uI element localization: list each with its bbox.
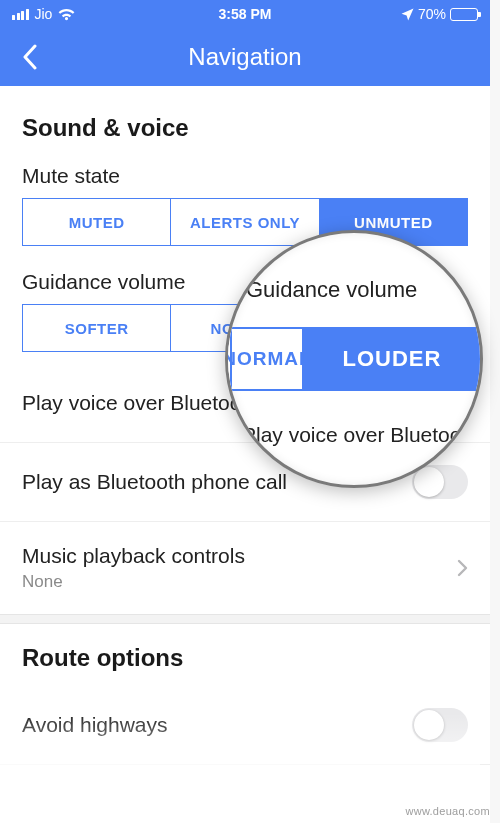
mute-state-label: Mute state	[0, 156, 490, 198]
guidance-volume-option-softer[interactable]: SOFTER	[22, 304, 171, 352]
avoid-highways-label: Avoid highways	[22, 713, 168, 737]
music-playback-controls-value: None	[22, 572, 245, 592]
lens-guidance-volume-label: Guidance volume	[246, 277, 417, 303]
lens-option-normal: NORMAL	[232, 327, 304, 391]
music-playback-controls-label: Music playback controls	[22, 544, 245, 568]
avoid-tolls-label: Avoid tolls	[22, 792, 117, 816]
watermark: www.deuaq.com	[405, 805, 490, 817]
battery-icon	[450, 8, 478, 21]
play-as-bt-phone-call-label: Play as Bluetooth phone call	[22, 470, 287, 494]
location-icon	[401, 8, 414, 21]
lens-play-bt-label: Play voice over Bluetooth	[242, 423, 479, 447]
play-as-bt-phone-call-toggle[interactable]	[412, 465, 468, 499]
music-playback-controls-row[interactable]: Music playback controls None	[0, 522, 490, 614]
play-voice-over-bluetooth-label: Play voice over Bluetooth	[22, 391, 259, 415]
chevron-left-icon	[22, 44, 38, 70]
back-button[interactable]	[10, 37, 50, 77]
section-header-route-options: Route options	[0, 624, 490, 686]
avoid-highways-toggle[interactable]	[412, 708, 468, 742]
status-bar: Jio 3:58 PM 70%	[0, 0, 490, 28]
screen: Jio 3:58 PM 70% Navigation Sound & voice…	[0, 0, 490, 823]
lens-option-louder: LOUDER	[304, 327, 482, 391]
chevron-right-icon	[457, 559, 468, 577]
zoom-lens: Guidance volume SOFTER NORMAL LOUDER Pla…	[225, 230, 483, 488]
page-title: Navigation	[0, 43, 490, 71]
status-time: 3:58 PM	[167, 6, 322, 22]
battery-percentage: 70%	[418, 6, 446, 22]
carrier-label: Jio	[35, 6, 53, 22]
section-header-sound-voice: Sound & voice	[0, 86, 490, 156]
wifi-icon	[58, 8, 75, 21]
mute-state-option-muted[interactable]: MUTED	[22, 198, 171, 246]
cellular-signal-icon	[12, 9, 29, 20]
section-separator	[0, 614, 490, 624]
avoid-highways-row[interactable]: Avoid highways	[0, 686, 490, 764]
navbar: Navigation	[0, 28, 490, 86]
mute-state-option-alerts-only[interactable]: ALERTS ONLY	[171, 198, 319, 246]
